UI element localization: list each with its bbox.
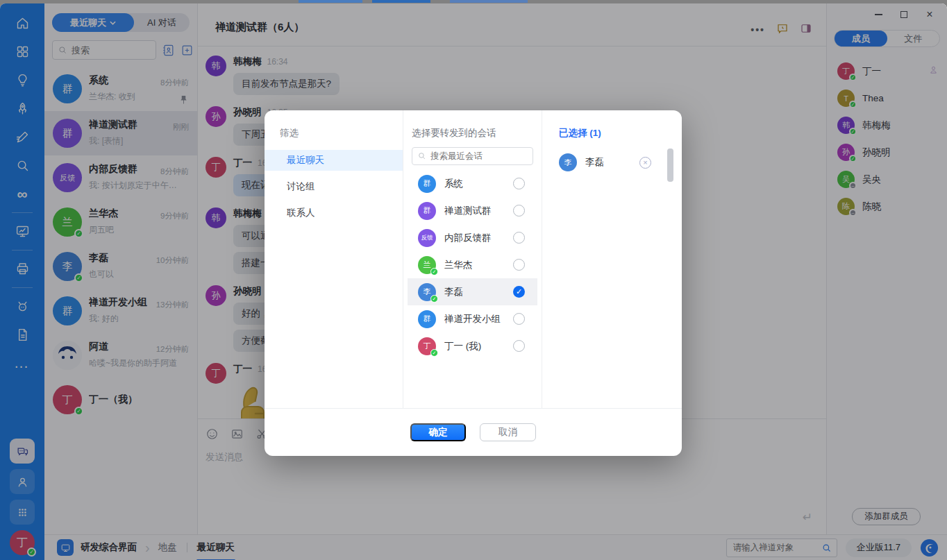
- picker-title: 选择要转发到的会话: [412, 127, 542, 139]
- group-avatar: 群: [418, 310, 436, 328]
- radio-unchecked[interactable]: [513, 313, 525, 325]
- confirm-button[interactable]: 确定: [410, 423, 466, 441]
- picker-search-input[interactable]: [412, 147, 533, 165]
- forward-dialog: 筛选 最近聊天 讨论组 联系人 选择要转发到的会话 群 系统: [265, 110, 682, 456]
- radio-unchecked[interactable]: [513, 178, 525, 189]
- filter-title: 筛选: [280, 127, 403, 139]
- picker-list: 群 系统 群 禅道测试群 反馈 内部反馈群: [403, 170, 542, 408]
- picker-row[interactable]: 反馈 内部反馈群: [408, 224, 537, 251]
- group-avatar: 群: [418, 202, 436, 220]
- filter-column: 筛选 最近聊天 讨论组 联系人: [265, 110, 403, 408]
- radio-unchecked[interactable]: [513, 232, 525, 244]
- picker-name: 禅道开发小组: [444, 313, 501, 325]
- picker-name: 李磊: [444, 286, 463, 298]
- picker-name: 丁一 (我): [444, 340, 481, 353]
- browser-tab-fragment: [450, 0, 528, 3]
- picker-row[interactable]: 群 禅道测试群: [408, 197, 537, 224]
- radio-checked[interactable]: ✓: [513, 286, 525, 298]
- group-avatar: 反馈: [418, 229, 436, 247]
- picker-name: 系统: [444, 178, 463, 190]
- dialog-footer: 确定 取消: [265, 408, 682, 456]
- cancel-button[interactable]: 取消: [480, 423, 536, 441]
- picker-row[interactable]: 群 禅道开发小组: [408, 305, 537, 332]
- group-avatar: 群: [418, 175, 436, 193]
- radio-unchecked[interactable]: [513, 259, 525, 271]
- remove-selected-icon[interactable]: ×: [639, 157, 651, 169]
- scrollbar-thumb[interactable]: [667, 149, 673, 182]
- browser-tab-fragment: [372, 0, 430, 3]
- online-status-badge: ✓: [430, 295, 438, 303]
- picker-name: 禅道测试群: [444, 205, 492, 217]
- online-status-badge: ✓: [430, 349, 438, 357]
- user-avatar: 李✓: [418, 283, 436, 301]
- online-status-badge: ✓: [430, 268, 438, 275]
- filter-contacts[interactable]: 联系人: [265, 203, 403, 223]
- picker-row[interactable]: 丁✓ 丁一 (我): [408, 332, 537, 359]
- selected-row: 李 李磊 ×: [559, 153, 682, 171]
- browser-tab-fragment: [299, 0, 362, 3]
- picker-row[interactable]: 李✓ 李磊 ✓: [408, 278, 537, 305]
- search-icon: [417, 151, 426, 160]
- desktop: ∞ ...: [0, 0, 947, 560]
- picker-name: 内部反馈群: [444, 232, 492, 244]
- selected-title: 已选择 (1): [559, 127, 682, 139]
- user-avatar: 兰✓: [418, 256, 436, 274]
- selected-name: 李磊: [585, 156, 604, 169]
- selected-column: 已选择 (1) 李 李磊 ×: [542, 110, 682, 408]
- user-avatar: 丁✓: [418, 337, 436, 355]
- radio-unchecked[interactable]: [513, 205, 525, 217]
- filter-recent-chats[interactable]: 最近聊天: [265, 150, 403, 171]
- browser-edge-strip: [0, 0, 947, 3]
- picker-search-box: [412, 147, 533, 165]
- filter-discussion-groups[interactable]: 讨论组: [265, 176, 403, 197]
- picker-row[interactable]: 群 系统: [408, 170, 537, 197]
- picker-name: 兰华杰: [444, 259, 473, 271]
- app-window: ∞ ...: [0, 3, 947, 560]
- radio-unchecked[interactable]: [513, 340, 525, 352]
- picker-row[interactable]: 兰✓ 兰华杰: [408, 251, 537, 278]
- user-avatar: 李: [559, 153, 577, 171]
- conversation-picker-column: 选择要转发到的会话 群 系统 群 禅道测试群: [403, 110, 542, 408]
